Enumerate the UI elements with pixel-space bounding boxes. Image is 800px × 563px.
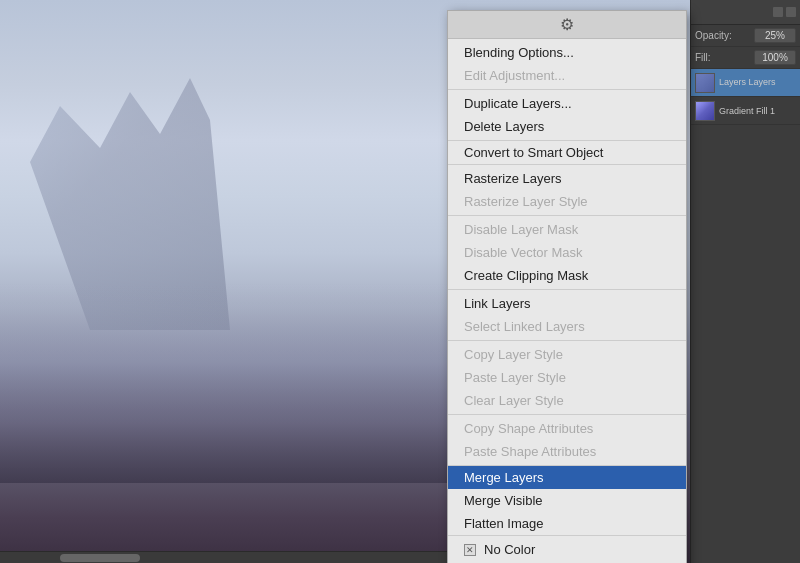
context-menu: ⚙ Blending Options... Edit Adjustment...… bbox=[447, 10, 687, 563]
fill-label: Fill: bbox=[695, 52, 754, 63]
blending-options-item[interactable]: Blending Options... bbox=[448, 39, 686, 64]
menu-section-convert: Convert to Smart Object bbox=[448, 141, 686, 165]
scrollbar-thumb[interactable] bbox=[60, 554, 140, 562]
paste-layer-style-item: Paste Layer Style bbox=[448, 366, 686, 389]
edit-adjustment-item: Edit Adjustment... bbox=[448, 64, 686, 89]
select-linked-layers-item: Select Linked Layers bbox=[448, 315, 686, 340]
fill-row: Fill: 100% bbox=[691, 47, 800, 69]
copy-layer-style-item: Copy Layer Style bbox=[448, 341, 686, 366]
layer-item[interactable]: Layers Layers bbox=[691, 69, 800, 97]
layer-thumbnail bbox=[695, 73, 715, 93]
create-clipping-mask-item[interactable]: Create Clipping Mask bbox=[448, 264, 686, 289]
layer-thumbnail bbox=[695, 101, 715, 121]
menu-section-duplicate: Duplicate Layers... Delete Layers bbox=[448, 90, 686, 141]
menu-section-masks: Disable Layer Mask Disable Vector Mask C… bbox=[448, 216, 686, 290]
layer-label: Layers Layers bbox=[719, 77, 776, 88]
no-color-icon: ✕ bbox=[464, 544, 476, 556]
flatten-image-item[interactable]: Flatten Image bbox=[448, 512, 686, 535]
menu-title-bar: ⚙ bbox=[448, 11, 686, 39]
clear-layer-style-item: Clear Layer Style bbox=[448, 389, 686, 414]
merge-layers-item[interactable]: Merge Layers bbox=[448, 466, 686, 489]
copy-shape-attributes-item: Copy Shape Attributes bbox=[448, 415, 686, 440]
gear-icon: ⚙ bbox=[560, 15, 574, 34]
disable-layer-mask-item: Disable Layer Mask bbox=[448, 216, 686, 241]
panel-close[interactable] bbox=[786, 7, 796, 17]
panel-header bbox=[691, 0, 800, 25]
opacity-row: Opacity: 25% bbox=[691, 25, 800, 47]
delete-layers-item[interactable]: Delete Layers bbox=[448, 115, 686, 140]
paste-shape-attributes-item: Paste Shape Attributes bbox=[448, 440, 686, 465]
rasterize-layers-item[interactable]: Rasterize Layers bbox=[448, 165, 686, 190]
fill-value[interactable]: 100% bbox=[754, 50, 796, 65]
convert-smart-object-item[interactable]: Convert to Smart Object bbox=[448, 141, 686, 164]
layer-label: Gradient Fill 1 bbox=[719, 106, 775, 116]
menu-section-merge: Merge Layers Merge Visible Flatten Image bbox=[448, 466, 686, 536]
layers-panel: Opacity: 25% Fill: 100% Layers Layers Gr… bbox=[690, 0, 800, 563]
menu-section-colors: ✕ No Color Red Orange Yellow Green Blue … bbox=[448, 536, 686, 563]
merge-visible-item[interactable]: Merge Visible bbox=[448, 489, 686, 512]
opacity-value[interactable]: 25% bbox=[754, 28, 796, 43]
no-color-item[interactable]: ✕ No Color bbox=[448, 536, 686, 561]
menu-section-layer-style: Copy Layer Style Paste Layer Style Clear… bbox=[448, 341, 686, 415]
menu-section-rasterize: Rasterize Layers Rasterize Layer Style bbox=[448, 165, 686, 216]
water-reflection bbox=[0, 283, 450, 483]
menu-section-link: Link Layers Select Linked Layers bbox=[448, 290, 686, 341]
link-layers-item[interactable]: Link Layers bbox=[448, 290, 686, 315]
menu-section-blending: Blending Options... Edit Adjustment... bbox=[448, 39, 686, 90]
disable-vector-mask-item: Disable Vector Mask bbox=[448, 241, 686, 264]
layer-item[interactable]: Gradient Fill 1 bbox=[691, 97, 800, 125]
rasterize-layer-style-item: Rasterize Layer Style bbox=[448, 190, 686, 215]
duplicate-layers-item[interactable]: Duplicate Layers... bbox=[448, 90, 686, 115]
menu-section-shape: Copy Shape Attributes Paste Shape Attrib… bbox=[448, 415, 686, 466]
opacity-label: Opacity: bbox=[695, 30, 754, 41]
panel-minimize[interactable] bbox=[773, 7, 783, 17]
horizontal-scrollbar[interactable] bbox=[0, 551, 450, 563]
